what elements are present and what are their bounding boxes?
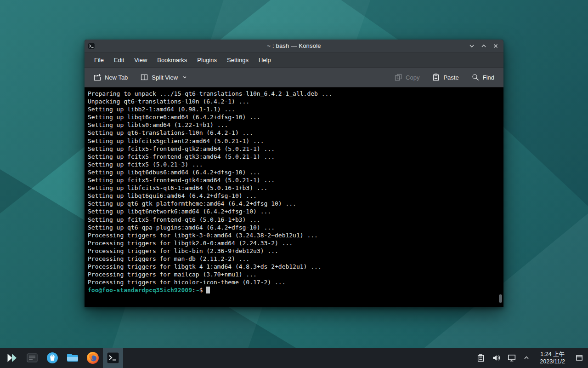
terminal-line: Processing triggers for hicolor-icon-the… [88, 278, 496, 286]
clipboard-icon[interactable] [477, 354, 485, 362]
find-button[interactable]: Find [469, 71, 497, 84]
taskbar-item-firefox[interactable] [83, 348, 103, 368]
tool-bar: New Tab Split View Copy Paste Find [85, 68, 503, 87]
terminal-line: Setting up libts0:amd64 (1.22-1+b1) ... [88, 121, 496, 129]
prompt-path: ~ [196, 287, 199, 293]
menu-item-view[interactable]: View [129, 52, 152, 68]
paste-label: Paste [443, 74, 458, 81]
discover-icon [46, 351, 59, 364]
terminal-scrollbar[interactable] [498, 89, 503, 306]
terminal-cursor [206, 287, 210, 293]
terminal-line: Setting up libqt6network6:amd64 (6.4.2+d… [88, 207, 496, 215]
terminal-line: Setting up fcitx5-frontend-gtk3:amd64 (5… [88, 153, 496, 161]
new-tab-icon [94, 74, 101, 81]
prompt-separator: : [192, 287, 196, 293]
app-launcher-button[interactable] [2, 348, 22, 368]
menu-bar: File Edit View Bookmarks Plugins Setting… [85, 52, 503, 68]
terminal-line: Processing triggers for man-db (2.11.2-2… [88, 255, 496, 263]
terminal-line: Setting up libfcitx5-qt6-1:amd64 (5.0.16… [88, 184, 496, 192]
maximize-button[interactable] [478, 40, 490, 52]
copy-icon [395, 74, 402, 81]
display-icon[interactable] [508, 354, 516, 362]
window-title: ~ : bash — Konsole [85, 42, 503, 49]
terminal-line: Setting up qt6-translations-l10n (6.4.2-… [88, 129, 496, 137]
terminal-line: Setting up fcitx5-frontend-gtk4:amd64 (5… [88, 176, 496, 184]
clock-date: 2023/11/2 [540, 358, 565, 365]
terminal-line: Processing triggers for mailcap (3.70+nm… [88, 270, 496, 278]
app-launcher-icon [6, 351, 18, 364]
show-desktop-icon[interactable] [575, 354, 583, 362]
terminal-line: Setting up libqt6dbus6:amd64 (6.4.2+dfsg… [88, 168, 496, 176]
terminal-line: Setting up qt6-gtk-platformtheme:amd64 (… [88, 200, 496, 207]
scrollbar-thumb[interactable] [499, 294, 502, 303]
minimize-button[interactable] [466, 40, 478, 52]
terminal-line: Setting up fcitx5 (5.0.21-3) ... [88, 161, 496, 168]
terminal-line: Setting up libqt6gui6:amd64 (6.4.2+dfsg-… [88, 192, 496, 200]
taskbar-clock[interactable]: 1:24 上午 2023/11/2 [537, 351, 568, 366]
new-tab-button[interactable]: New Tab [91, 71, 130, 84]
clock-time: 1:24 上午 [540, 351, 565, 357]
taskbar-item-dolphin[interactable] [62, 348, 83, 368]
pager-widget[interactable] [22, 348, 42, 368]
split-view-label: Split View [152, 74, 178, 81]
dolphin-icon [66, 351, 79, 365]
copy-label: Copy [406, 74, 419, 81]
taskbar: 1:24 上午 2023/11/2 [0, 348, 588, 368]
terminal-line: Processing triggers for libc-bin (2.36-9… [88, 247, 496, 255]
copy-button[interactable]: Copy [392, 71, 422, 84]
menu-item-help[interactable]: Help [254, 52, 276, 68]
terminal-line: Setting up libqt6core6:amd64 (6.4.2+dfsg… [88, 113, 496, 121]
terminal-line: Setting up libfcitx5gclient2:amd64 (5.0.… [88, 137, 496, 145]
taskbar-item-konsole[interactable] [103, 348, 123, 368]
terminal-line: Setting up fcitx5-frontend-gtk2:amd64 (5… [88, 145, 496, 153]
terminal-line: Processing triggers for libgtk-3-0:amd64… [88, 231, 496, 239]
prompt-user-host: foo@foo-standardpcq35ich92009 [88, 287, 192, 293]
konsole-window: ~ : bash — Konsole File Edit View Bookma… [85, 40, 503, 307]
new-tab-label: New Tab [105, 74, 128, 81]
terminal-prompt: foo@foo-standardpcq35ich92009:~$ [88, 286, 496, 294]
terminal-output[interactable]: Preparing to unpack .../15-qt6-translati… [85, 87, 503, 307]
paste-icon [432, 74, 440, 81]
prompt-symbol: $ [199, 287, 203, 293]
firefox-icon [86, 351, 100, 365]
menu-item-settings[interactable]: Settings [222, 52, 254, 68]
terminal-line: Setting up fcitx5-frontend-qt6 (5.0.16-1… [88, 216, 496, 224]
menu-item-edit[interactable]: Edit [109, 52, 129, 68]
terminal-line: Preparing to unpack .../15-qt6-translati… [88, 90, 496, 98]
menu-item-file[interactable]: File [89, 52, 109, 68]
menu-item-bookmarks[interactable]: Bookmarks [152, 52, 192, 68]
find-label: Find [483, 74, 494, 81]
desktop-background: ~ : bash — Konsole File Edit View Bookma… [0, 0, 588, 368]
window-titlebar[interactable]: ~ : bash — Konsole [85, 40, 503, 52]
split-view-button[interactable]: Split View [138, 71, 190, 84]
terminal-line: Processing triggers for libgtk-4-1:amd64… [88, 263, 496, 270]
menu-item-plugins[interactable]: Plugins [192, 52, 222, 68]
volume-icon[interactable] [492, 354, 500, 362]
konsole-icon [106, 351, 120, 365]
terminal-line: Processing triggers for libgtk2.0-0:amd6… [88, 239, 496, 247]
terminal-line: Unpacking qt6-translations-l10n (6.4.2-1… [88, 98, 496, 105]
terminal-line: Setting up qt6-qpa-plugins:amd64 (6.4.2+… [88, 224, 496, 231]
konsole-window-icon [88, 42, 95, 50]
find-icon [472, 74, 479, 81]
pager-icon [26, 351, 39, 364]
expand-tray-icon[interactable] [523, 355, 530, 361]
paste-button[interactable]: Paste [430, 71, 461, 84]
close-button[interactable] [490, 40, 502, 52]
taskbar-item-discover[interactable] [42, 348, 62, 368]
terminal-line: Setting up libb2-1:amd64 (0.98.1-1.1) ..… [88, 105, 496, 113]
system-tray: 1:24 上午 2023/11/2 [477, 351, 586, 366]
chevron-down-icon [182, 75, 187, 80]
split-view-icon [141, 74, 148, 81]
